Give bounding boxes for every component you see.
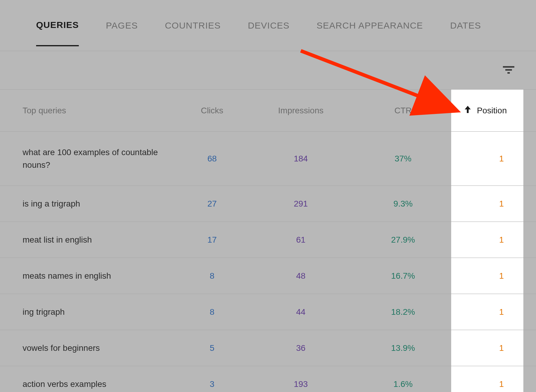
cell-impressions: 61 bbox=[247, 235, 355, 245]
header-top-queries[interactable]: Top queries bbox=[0, 106, 177, 115]
cell-position: 1 bbox=[451, 294, 523, 330]
cell-query: vowels for beginners bbox=[0, 342, 177, 354]
cell-clicks: 17 bbox=[177, 235, 247, 245]
cell-clicks: 8 bbox=[177, 307, 247, 317]
cell-query: meats names in english bbox=[0, 270, 177, 282]
tab-countries[interactable]: COUNTRIES bbox=[165, 5, 221, 46]
cell-clicks: 8 bbox=[177, 271, 247, 281]
cell-query: meat list in english bbox=[0, 234, 177, 246]
tab-pages[interactable]: PAGES bbox=[106, 5, 138, 46]
cell-ctr: 9.3% bbox=[355, 199, 451, 209]
cell-impressions: 291 bbox=[247, 199, 355, 209]
svg-rect-2 bbox=[507, 72, 510, 74]
cell-position: 1 bbox=[451, 132, 523, 185]
table-row[interactable]: meats names in english 8 48 16.7% 1 bbox=[0, 258, 536, 294]
header-clicks[interactable]: Clicks bbox=[177, 106, 247, 115]
cell-impressions: 193 bbox=[247, 379, 355, 389]
tabs-bar: QUERIES PAGES COUNTRIES DEVICES SEARCH A… bbox=[0, 0, 536, 51]
cell-impressions: 44 bbox=[247, 307, 355, 317]
header-impressions[interactable]: Impressions bbox=[247, 106, 355, 115]
header-ctr[interactable]: CTR bbox=[355, 106, 451, 115]
filter-icon[interactable] bbox=[502, 65, 515, 75]
table-row[interactable]: is ing a trigraph 27 291 9.3% 1 bbox=[0, 186, 536, 222]
cell-impressions: 36 bbox=[247, 343, 355, 353]
cell-query: action verbs examples bbox=[0, 378, 177, 390]
cell-clicks: 5 bbox=[177, 343, 247, 353]
cell-query: is ing a trigraph bbox=[0, 198, 177, 210]
cell-position: 1 bbox=[451, 222, 523, 258]
queries-table: Top queries Clicks Impressions CTR Posit… bbox=[0, 90, 536, 392]
table-header-row: Top queries Clicks Impressions CTR Posit… bbox=[0, 90, 536, 132]
cell-ctr: 18.2% bbox=[355, 307, 451, 317]
table-row[interactable]: ing trigraph 8 44 18.2% 1 bbox=[0, 294, 536, 330]
svg-rect-1 bbox=[505, 69, 512, 71]
cell-position: 1 bbox=[451, 258, 523, 294]
header-position-label: Position bbox=[477, 106, 507, 115]
sort-arrow-up-icon bbox=[464, 105, 471, 116]
cell-clicks: 3 bbox=[177, 379, 247, 389]
header-position[interactable]: Position bbox=[451, 90, 523, 131]
table-row[interactable]: action verbs examples 3 193 1.6% 1 bbox=[0, 366, 536, 392]
cell-impressions: 184 bbox=[247, 154, 355, 164]
cell-impressions: 48 bbox=[247, 271, 355, 281]
cell-ctr: 27.9% bbox=[355, 235, 451, 245]
tab-queries[interactable]: QUERIES bbox=[36, 5, 79, 46]
table-row[interactable]: what are 100 examples of countable nouns… bbox=[0, 132, 536, 186]
cell-clicks: 68 bbox=[177, 154, 247, 164]
cell-position: 1 bbox=[451, 366, 523, 392]
table-row[interactable]: vowels for beginners 5 36 13.9% 1 bbox=[0, 330, 536, 366]
filter-bar bbox=[0, 51, 536, 90]
tab-search-appearance[interactable]: SEARCH APPEARANCE bbox=[317, 5, 423, 46]
cell-ctr: 16.7% bbox=[355, 271, 451, 281]
cell-query: ing trigraph bbox=[0, 306, 177, 318]
cell-query: what are 100 examples of countable nouns… bbox=[0, 146, 177, 171]
cell-position: 1 bbox=[451, 330, 523, 366]
svg-rect-0 bbox=[503, 66, 514, 68]
table-row[interactable]: meat list in english 17 61 27.9% 1 bbox=[0, 222, 536, 258]
cell-clicks: 27 bbox=[177, 199, 247, 209]
tab-dates[interactable]: DATES bbox=[450, 5, 481, 46]
tab-devices[interactable]: DEVICES bbox=[248, 5, 290, 46]
cell-ctr: 37% bbox=[355, 154, 451, 164]
cell-position: 1 bbox=[451, 186, 523, 222]
cell-ctr: 13.9% bbox=[355, 343, 451, 353]
search-console-panel: QUERIES PAGES COUNTRIES DEVICES SEARCH A… bbox=[0, 0, 536, 392]
cell-ctr: 1.6% bbox=[355, 379, 451, 389]
